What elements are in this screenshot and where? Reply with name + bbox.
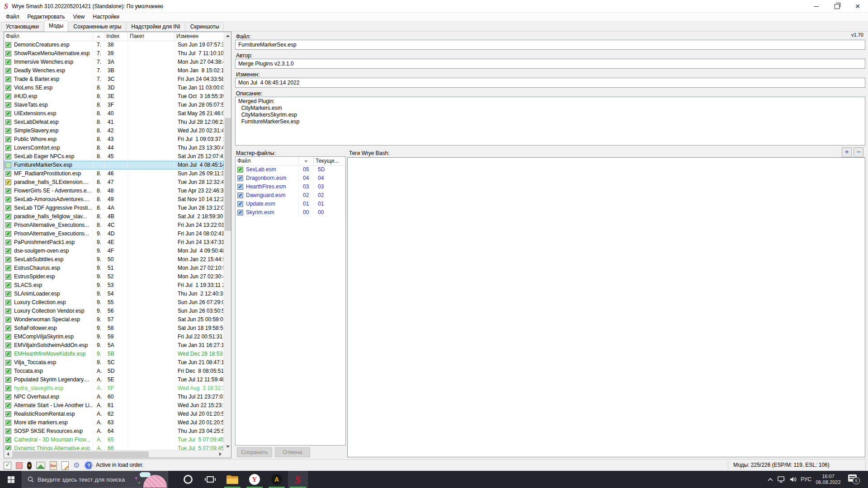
mod-checkbox[interactable]: ✓ bbox=[5, 394, 11, 400]
mod-row[interactable]: ✓EMHearthfireMoveKidsfix.esp9.5BWed Dec … bbox=[4, 350, 224, 358]
mod-checkbox[interactable]: ✓ bbox=[5, 59, 11, 65]
tab-Моды[interactable]: Моды bbox=[44, 20, 68, 32]
mod-checkbox[interactable]: ✓ bbox=[5, 437, 11, 443]
scroll-left-button[interactable] bbox=[4, 450, 11, 458]
mod-row[interactable]: ✓SlaveTats.esp8.3FTue Jun 28 05:07:54 bbox=[4, 101, 224, 109]
mod-row[interactable]: ✓Trade & Barter.esp7.3CFri Jun 24 04:33:… bbox=[4, 75, 224, 84]
mod-checkbox[interactable]: ✓ bbox=[5, 171, 11, 177]
mod-checkbox[interactable]: ✓ bbox=[5, 291, 11, 297]
mod-checkbox[interactable]: ✓ bbox=[5, 428, 11, 434]
mod-row[interactable]: ✓EMViljaInSolstheimAddOn.esp9.5ATue Jan … bbox=[4, 341, 224, 350]
taskbar-a-app-icon[interactable]: A bbox=[267, 471, 287, 488]
mod-checkbox[interactable]: ✓ bbox=[5, 76, 11, 82]
mod-checkbox[interactable]: ✓ bbox=[5, 205, 11, 211]
bash-tags-box[interactable] bbox=[347, 157, 865, 457]
mod-row[interactable]: ✓Alternate Start - Live Another Li...A.6… bbox=[4, 401, 224, 410]
mod-checkbox[interactable]: ✓ bbox=[5, 308, 11, 314]
description-field[interactable]: Merged Plugin: CityMarkers.esm CityMarke… bbox=[235, 97, 865, 145]
mod-row[interactable]: ✓Public Whore.esp8.43Fri Jul 1 09:03:37 … bbox=[4, 135, 224, 144]
mod-row[interactable]: ✓hydra_slavegirls.espA.5FWed Aug 3 18:32… bbox=[4, 384, 224, 393]
modified-field[interactable]: Mon Jul 4 08:45:14 2022 bbox=[235, 78, 865, 88]
mod-checkbox[interactable]: ✓ bbox=[5, 214, 11, 220]
mod-checkbox[interactable]: ✓ bbox=[5, 179, 11, 185]
horizontal-scrollbar[interactable] bbox=[4, 450, 224, 458]
master-checkbox[interactable]: ✓ bbox=[237, 192, 243, 198]
mod-row[interactable]: ✓SexLab-AmorousAdventures....8.49Sat Nov… bbox=[4, 195, 224, 204]
tray-volume-icon[interactable] bbox=[788, 471, 799, 488]
tab-Сохраненные игры[interactable]: Сохраненные игры bbox=[69, 22, 126, 31]
mod-checkbox[interactable]: ✓ bbox=[5, 102, 11, 108]
mod-checkbox[interactable]: ✓ bbox=[5, 154, 11, 160]
mod-checkbox[interactable]: ✓ bbox=[5, 300, 11, 305]
mod-checkbox[interactable]: ✓ bbox=[5, 119, 11, 125]
mod-checkbox[interactable]: ✓ bbox=[5, 411, 11, 417]
mod-row[interactable]: ✓SexLabSubtitles.esp9.50Mon Jan 22 15:44… bbox=[4, 255, 224, 264]
notification-center-icon[interactable]: 5 bbox=[848, 474, 857, 482]
start-button[interactable] bbox=[0, 471, 22, 488]
mod-row[interactable]: ✓Populated Skyrim Legendary....A.5ETue J… bbox=[4, 375, 224, 384]
remove-tag-button[interactable]: − bbox=[854, 147, 863, 157]
mod-checkbox[interactable]: ✓ bbox=[5, 274, 11, 280]
mod-row[interactable]: FurnitureMarkerSex.espMon Jul 4 08:45:14 bbox=[4, 161, 224, 169]
mod-checkbox[interactable]: ✓ bbox=[5, 111, 11, 117]
mod-checkbox[interactable]: ✓ bbox=[5, 145, 11, 151]
mod-row[interactable]: ✓NPC Overhaul.espA.60Thu Jul 21 23:27:03 bbox=[4, 393, 224, 401]
menu-item[interactable]: View bbox=[69, 13, 89, 20]
mod-row[interactable]: ✓More idle markers.espA.63Wed Jul 20 01:… bbox=[4, 418, 224, 427]
mod-checkbox[interactable]: ✓ bbox=[5, 368, 11, 374]
master-checkbox[interactable]: ✓ bbox=[237, 167, 243, 173]
edit-icon[interactable] bbox=[61, 461, 69, 470]
taskbar-wrye-smash-icon[interactable]: S bbox=[288, 471, 308, 488]
mod-row[interactable]: ✓Luxury Collection.esp9.55Sun Jun 26 07:… bbox=[4, 298, 224, 307]
mod-row[interactable]: ✓MF_RadiantProstitution.esp8.46Sun Jun 2… bbox=[4, 169, 224, 178]
master-checkbox[interactable]: ✓ bbox=[237, 175, 243, 181]
mod-row[interactable]: ✓PrisonAlternative_Executions...8.4CFri … bbox=[4, 221, 224, 230]
mod-row[interactable]: ✓paradise_halls_SLExtension....8.47Tue J… bbox=[4, 178, 224, 187]
mod-row[interactable]: ✓SLAnimLoader.esp9.54Thu Jun 2 12:40:33 bbox=[4, 290, 224, 298]
search-highlight-image[interactable]: ✦ ✦ bbox=[133, 471, 168, 488]
mod-checkbox[interactable]: ✓ bbox=[5, 325, 11, 331]
mod-row[interactable]: ✓Deadly Wenches.esp7.3BMon Jan 8 15:02:1… bbox=[4, 66, 224, 75]
mod-checkbox[interactable]: ✓ bbox=[5, 51, 11, 56]
mod-checkbox[interactable]: ✓ bbox=[5, 265, 11, 271]
add-tag-button[interactable]: + bbox=[842, 147, 852, 157]
master-checkbox[interactable]: ✓ bbox=[237, 184, 243, 190]
mod-checkbox[interactable]: ✓ bbox=[5, 239, 11, 245]
mod-checkbox[interactable]: ✓ bbox=[5, 94, 11, 99]
column-header-group-sort[interactable] bbox=[93, 32, 104, 41]
tray-network-icon[interactable] bbox=[776, 471, 788, 488]
mod-row[interactable]: ✓SimpleSlavery.esp8.42Wed Jul 20 02:31:4… bbox=[4, 127, 224, 135]
gear-icon[interactable]: ⚙ bbox=[73, 462, 80, 469]
mod-row[interactable]: ✓VioLens SE.esp8.3DTue Jan 11 03:00:01 bbox=[4, 84, 224, 92]
master-checkbox[interactable]: ✓ bbox=[237, 210, 243, 216]
mod-checkbox[interactable]: ✓ bbox=[5, 257, 11, 263]
mod-row[interactable]: ✓Wonderwoman Special.esp9.57Sat Jun 25 0… bbox=[4, 315, 224, 324]
help-icon[interactable]: ? bbox=[84, 461, 93, 470]
column-header-file[interactable]: Файл bbox=[4, 32, 93, 41]
mod-row[interactable]: ✓PaPunishmentPack1.esp9.4EFri Jun 24 13:… bbox=[4, 238, 224, 247]
mod-checkbox[interactable]: ✓ bbox=[5, 68, 11, 74]
menu-item[interactable]: Настройки bbox=[89, 13, 123, 20]
taskbar-search[interactable]: Введите здесь текст для поиска ✦ ✦ bbox=[22, 471, 168, 488]
mod-row[interactable]: ✓SOSP SKSE Resources.espA.64Thu Jun 23 0… bbox=[4, 427, 224, 436]
mod-row[interactable]: ✓PrisonAlternative_Executions...9.4DFri … bbox=[4, 230, 224, 238]
scroll-down-button[interactable] bbox=[224, 443, 231, 450]
taskbar-yandex-icon[interactable]: Y bbox=[245, 471, 264, 488]
mod-checkbox[interactable]: ✓ bbox=[5, 85, 11, 91]
scroll-up-button[interactable] bbox=[224, 32, 231, 39]
mod-row[interactable]: ✓FlowerGirls SE - Adventures.e...8.48Tue… bbox=[4, 187, 224, 195]
mod-checkbox[interactable]: ✓ bbox=[5, 42, 11, 48]
mod-row[interactable]: ✓Luxury Collection Vendor.esp9.56Sun Jun… bbox=[4, 307, 224, 315]
master-row[interactable]: ✓HearthFires.esm0303 bbox=[236, 183, 345, 191]
mod-row[interactable]: ✓LoversComfort.esp8.44Thu Jun 23 13:30:4… bbox=[4, 144, 224, 152]
horizontal-scroll-thumb[interactable] bbox=[12, 451, 149, 457]
master-row[interactable]: ✓SexLab.esm055D bbox=[236, 165, 345, 174]
mod-row[interactable]: ✓Toccata.espA.5DFri Dec 8 08:05:51 . bbox=[4, 367, 224, 375]
mod-checkbox[interactable]: ✓ bbox=[5, 231, 11, 237]
mod-row[interactable]: ✓ShowRaceMenuAlternative.esp7.39Thu Jul … bbox=[4, 49, 224, 58]
menu-item[interactable]: Файл bbox=[2, 13, 24, 20]
mod-checkbox[interactable]: ✓ bbox=[5, 317, 11, 323]
mod-checkbox[interactable]: ✓ bbox=[5, 420, 11, 426]
tray-chevron-icon[interactable] bbox=[765, 471, 776, 488]
image-icon[interactable] bbox=[36, 462, 45, 469]
